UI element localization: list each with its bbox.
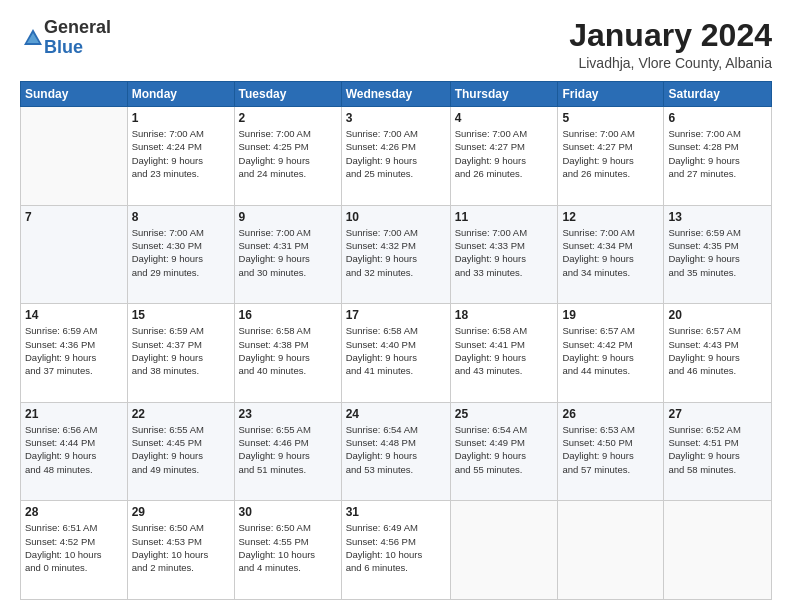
month-title: January 2024	[569, 18, 772, 53]
calendar-cell: 8Sunrise: 7:00 AM Sunset: 4:30 PM Daylig…	[127, 205, 234, 304]
cell-content: Sunrise: 7:00 AM Sunset: 4:28 PM Dayligh…	[668, 127, 767, 180]
cell-content: Sunrise: 7:00 AM Sunset: 4:24 PM Dayligh…	[132, 127, 230, 180]
cell-content: Sunrise: 7:00 AM Sunset: 4:31 PM Dayligh…	[239, 226, 337, 279]
calendar-cell: 16Sunrise: 6:58 AM Sunset: 4:38 PM Dayli…	[234, 304, 341, 403]
calendar-cell: 25Sunrise: 6:54 AM Sunset: 4:49 PM Dayli…	[450, 402, 558, 501]
col-sunday: Sunday	[21, 82, 128, 107]
calendar-week-4: 21Sunrise: 6:56 AM Sunset: 4:44 PM Dayli…	[21, 402, 772, 501]
calendar-cell: 9Sunrise: 7:00 AM Sunset: 4:31 PM Daylig…	[234, 205, 341, 304]
cell-content: Sunrise: 6:49 AM Sunset: 4:56 PM Dayligh…	[346, 521, 446, 574]
calendar-cell: 2Sunrise: 7:00 AM Sunset: 4:25 PM Daylig…	[234, 107, 341, 206]
day-number: 6	[668, 111, 767, 125]
calendar-table: Sunday Monday Tuesday Wednesday Thursday…	[20, 81, 772, 600]
day-number: 10	[346, 210, 446, 224]
day-number: 28	[25, 505, 123, 519]
calendar-week-3: 14Sunrise: 6:59 AM Sunset: 4:36 PM Dayli…	[21, 304, 772, 403]
logo-icon	[22, 27, 44, 49]
day-number: 16	[239, 308, 337, 322]
cell-content: Sunrise: 7:00 AM Sunset: 4:25 PM Dayligh…	[239, 127, 337, 180]
calendar-cell: 7	[21, 205, 128, 304]
calendar-cell: 6Sunrise: 7:00 AM Sunset: 4:28 PM Daylig…	[664, 107, 772, 206]
calendar-cell: 12Sunrise: 7:00 AM Sunset: 4:34 PM Dayli…	[558, 205, 664, 304]
calendar-cell: 30Sunrise: 6:50 AM Sunset: 4:55 PM Dayli…	[234, 501, 341, 600]
cell-content: Sunrise: 6:53 AM Sunset: 4:50 PM Dayligh…	[562, 423, 659, 476]
day-number: 26	[562, 407, 659, 421]
calendar-cell: 1Sunrise: 7:00 AM Sunset: 4:24 PM Daylig…	[127, 107, 234, 206]
col-monday: Monday	[127, 82, 234, 107]
cell-content: Sunrise: 6:51 AM Sunset: 4:52 PM Dayligh…	[25, 521, 123, 574]
cell-content: Sunrise: 7:00 AM Sunset: 4:27 PM Dayligh…	[455, 127, 554, 180]
header: General Blue January 2024 Livadhja, Vlor…	[20, 18, 772, 71]
cell-content: Sunrise: 6:58 AM Sunset: 4:38 PM Dayligh…	[239, 324, 337, 377]
calendar-cell: 29Sunrise: 6:50 AM Sunset: 4:53 PM Dayli…	[127, 501, 234, 600]
location: Livadhja, Vlore County, Albania	[569, 55, 772, 71]
calendar-cell: 10Sunrise: 7:00 AM Sunset: 4:32 PM Dayli…	[341, 205, 450, 304]
calendar-cell: 21Sunrise: 6:56 AM Sunset: 4:44 PM Dayli…	[21, 402, 128, 501]
logo-general: General	[44, 17, 111, 37]
col-friday: Friday	[558, 82, 664, 107]
day-number: 24	[346, 407, 446, 421]
cell-content: Sunrise: 6:59 AM Sunset: 4:35 PM Dayligh…	[668, 226, 767, 279]
page: General Blue January 2024 Livadhja, Vlor…	[0, 0, 792, 612]
cell-content: Sunrise: 6:50 AM Sunset: 4:55 PM Dayligh…	[239, 521, 337, 574]
cell-content: Sunrise: 7:00 AM Sunset: 4:32 PM Dayligh…	[346, 226, 446, 279]
calendar-cell: 17Sunrise: 6:58 AM Sunset: 4:40 PM Dayli…	[341, 304, 450, 403]
day-number: 4	[455, 111, 554, 125]
day-number: 27	[668, 407, 767, 421]
day-number: 9	[239, 210, 337, 224]
day-number: 20	[668, 308, 767, 322]
cell-content: Sunrise: 7:00 AM Sunset: 4:26 PM Dayligh…	[346, 127, 446, 180]
cell-content: Sunrise: 6:58 AM Sunset: 4:40 PM Dayligh…	[346, 324, 446, 377]
calendar-week-1: 1Sunrise: 7:00 AM Sunset: 4:24 PM Daylig…	[21, 107, 772, 206]
calendar-week-5: 28Sunrise: 6:51 AM Sunset: 4:52 PM Dayli…	[21, 501, 772, 600]
calendar-cell	[21, 107, 128, 206]
calendar-cell: 3Sunrise: 7:00 AM Sunset: 4:26 PM Daylig…	[341, 107, 450, 206]
calendar-cell	[558, 501, 664, 600]
calendar-cell: 20Sunrise: 6:57 AM Sunset: 4:43 PM Dayli…	[664, 304, 772, 403]
day-number: 17	[346, 308, 446, 322]
calendar-cell: 11Sunrise: 7:00 AM Sunset: 4:33 PM Dayli…	[450, 205, 558, 304]
day-number: 30	[239, 505, 337, 519]
calendar-cell: 18Sunrise: 6:58 AM Sunset: 4:41 PM Dayli…	[450, 304, 558, 403]
calendar-cell: 22Sunrise: 6:55 AM Sunset: 4:45 PM Dayli…	[127, 402, 234, 501]
cell-content: Sunrise: 6:56 AM Sunset: 4:44 PM Dayligh…	[25, 423, 123, 476]
calendar-cell: 4Sunrise: 7:00 AM Sunset: 4:27 PM Daylig…	[450, 107, 558, 206]
calendar-cell: 13Sunrise: 6:59 AM Sunset: 4:35 PM Dayli…	[664, 205, 772, 304]
day-number: 1	[132, 111, 230, 125]
cell-content: Sunrise: 6:59 AM Sunset: 4:37 PM Dayligh…	[132, 324, 230, 377]
day-number: 8	[132, 210, 230, 224]
day-number: 7	[25, 210, 123, 224]
cell-content: Sunrise: 7:00 AM Sunset: 4:27 PM Dayligh…	[562, 127, 659, 180]
cell-content: Sunrise: 7:00 AM Sunset: 4:33 PM Dayligh…	[455, 226, 554, 279]
cell-content: Sunrise: 6:54 AM Sunset: 4:49 PM Dayligh…	[455, 423, 554, 476]
day-number: 14	[25, 308, 123, 322]
calendar-cell: 28Sunrise: 6:51 AM Sunset: 4:52 PM Dayli…	[21, 501, 128, 600]
day-number: 15	[132, 308, 230, 322]
day-number: 3	[346, 111, 446, 125]
cell-content: Sunrise: 6:57 AM Sunset: 4:43 PM Dayligh…	[668, 324, 767, 377]
day-number: 2	[239, 111, 337, 125]
day-number: 12	[562, 210, 659, 224]
calendar-cell: 26Sunrise: 6:53 AM Sunset: 4:50 PM Dayli…	[558, 402, 664, 501]
calendar-cell: 23Sunrise: 6:55 AM Sunset: 4:46 PM Dayli…	[234, 402, 341, 501]
logo-blue: Blue	[44, 37, 83, 57]
cell-content: Sunrise: 6:50 AM Sunset: 4:53 PM Dayligh…	[132, 521, 230, 574]
day-number: 21	[25, 407, 123, 421]
title-block: January 2024 Livadhja, Vlore County, Alb…	[569, 18, 772, 71]
cell-content: Sunrise: 6:54 AM Sunset: 4:48 PM Dayligh…	[346, 423, 446, 476]
day-number: 23	[239, 407, 337, 421]
days-header-row: Sunday Monday Tuesday Wednesday Thursday…	[21, 82, 772, 107]
day-number: 22	[132, 407, 230, 421]
calendar-cell: 27Sunrise: 6:52 AM Sunset: 4:51 PM Dayli…	[664, 402, 772, 501]
day-number: 11	[455, 210, 554, 224]
day-number: 13	[668, 210, 767, 224]
col-thursday: Thursday	[450, 82, 558, 107]
cell-content: Sunrise: 6:57 AM Sunset: 4:42 PM Dayligh…	[562, 324, 659, 377]
cell-content: Sunrise: 7:00 AM Sunset: 4:30 PM Dayligh…	[132, 226, 230, 279]
cell-content: Sunrise: 7:00 AM Sunset: 4:34 PM Dayligh…	[562, 226, 659, 279]
calendar-cell: 31Sunrise: 6:49 AM Sunset: 4:56 PM Dayli…	[341, 501, 450, 600]
calendar-cell: 14Sunrise: 6:59 AM Sunset: 4:36 PM Dayli…	[21, 304, 128, 403]
calendar-cell: 15Sunrise: 6:59 AM Sunset: 4:37 PM Dayli…	[127, 304, 234, 403]
logo: General Blue	[20, 18, 111, 58]
cell-content: Sunrise: 6:58 AM Sunset: 4:41 PM Dayligh…	[455, 324, 554, 377]
